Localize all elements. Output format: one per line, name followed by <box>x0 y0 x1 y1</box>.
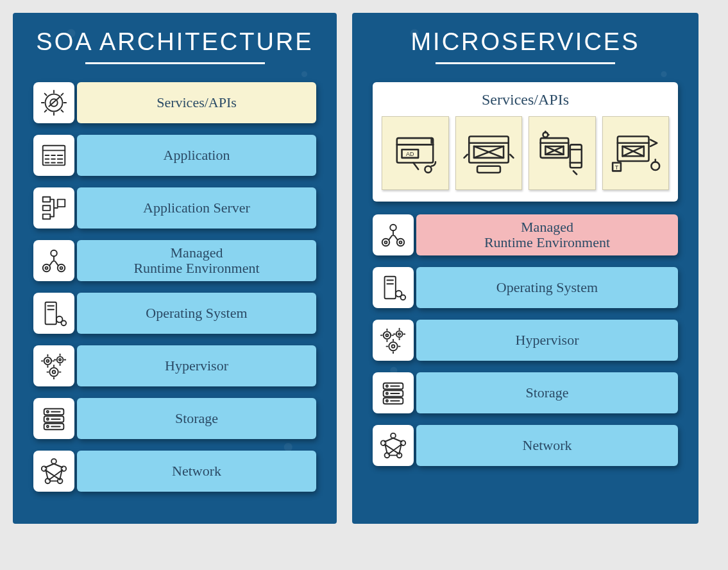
runtime-icon <box>33 240 74 281</box>
os-tower-icon <box>373 267 414 308</box>
runtime-icon <box>373 214 414 255</box>
gear-wrench-icon <box>33 82 74 123</box>
tile-devices-icon <box>529 116 596 190</box>
layer-label: Operating System <box>77 293 316 334</box>
title-underline <box>85 62 265 64</box>
microservices-panel: MICROSERVICES Services/APIs ManagedRunti… <box>352 13 698 524</box>
layer-label: Network <box>77 451 316 492</box>
soa-layer-os: Operating System <box>33 293 316 334</box>
soa-layer-services: Services/APIs <box>33 82 316 123</box>
soa-layer-hypervisor: Hypervisor <box>33 345 316 386</box>
layer-label: Network <box>416 425 678 466</box>
microservices-title: MICROSERVICES <box>373 28 678 56</box>
app-window-icon <box>33 135 74 176</box>
layer-label: Application Server <box>77 187 316 229</box>
network-graph-icon <box>373 425 414 466</box>
network-graph-icon <box>33 451 74 492</box>
soa-layer-network: Network <box>33 451 316 492</box>
soa-title: SOA ARCHITECTURE <box>33 28 316 56</box>
service-tiles-row <box>382 116 669 190</box>
hypervisor-gears-icon <box>33 345 74 386</box>
architecture-comparison-diagram: SOA ARCHITECTURE Services/APIs Applicati… <box>13 13 715 524</box>
layer-label: Hypervisor <box>416 320 678 361</box>
layer-label: Storage <box>416 372 678 413</box>
layer-label: Storage <box>77 398 316 439</box>
soa-panel: SOA ARCHITECTURE Services/APIs Applicati… <box>13 13 337 524</box>
tile-wireframe-icon <box>455 116 523 190</box>
tile-ad-icon <box>382 116 449 190</box>
os-tower-icon <box>33 293 74 334</box>
soa-layer-runtime: ManagedRuntime Environment <box>33 240 316 281</box>
title-underline <box>436 62 615 64</box>
ms-layer-runtime: ManagedRuntime Environment <box>373 214 678 255</box>
storage-drives-icon <box>33 398 74 439</box>
storage-drives-icon <box>373 372 414 413</box>
services-card-title: Services/APIs <box>382 91 669 108</box>
layer-label: Operating System <box>416 267 678 308</box>
layer-label: Application <box>77 135 316 176</box>
layer-label: Services/APIs <box>77 82 316 123</box>
layer-label: ManagedRuntime Environment <box>77 240 316 281</box>
ms-layer-os: Operating System <box>373 267 678 308</box>
hypervisor-gears-icon <box>373 320 414 361</box>
ms-layer-storage: Storage <box>373 372 678 413</box>
server-nodes-icon <box>33 187 74 229</box>
ms-layer-hypervisor: Hypervisor <box>373 320 678 361</box>
soa-layer-application: Application <box>33 135 316 176</box>
ms-layer-network: Network <box>373 425 678 466</box>
soa-layer-appserver: Application Server <box>33 187 316 229</box>
soa-layer-storage: Storage <box>33 398 316 439</box>
layer-label: ManagedRuntime Environment <box>416 214 678 255</box>
layer-label: Hypervisor <box>77 345 316 386</box>
services-card: Services/APIs <box>373 82 678 202</box>
tile-design-icon <box>602 116 670 190</box>
